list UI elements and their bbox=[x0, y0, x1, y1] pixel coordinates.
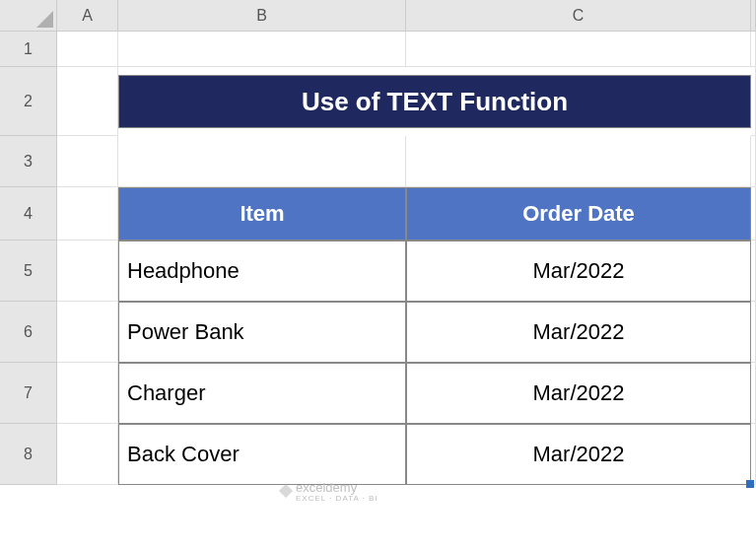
cell-order-date[interactable]: Mar/2022 bbox=[406, 363, 751, 424]
row-header-4[interactable]: 4 bbox=[0, 187, 57, 241]
table-header-order-date[interactable]: Order Date bbox=[406, 187, 751, 241]
row-header-1[interactable]: 1 bbox=[0, 32, 57, 67]
row-header-6[interactable]: 6 bbox=[0, 302, 57, 363]
col-header-b[interactable]: B bbox=[118, 0, 406, 32]
col-header-edge bbox=[751, 0, 756, 32]
spreadsheet-grid: A B C 1 2 3 4 5 6 7 8 Use of TEXT Functi… bbox=[0, 0, 756, 551]
row-header-5[interactable]: 5 bbox=[0, 241, 57, 302]
select-all-corner[interactable] bbox=[0, 0, 57, 32]
cell-item[interactable]: Headphone bbox=[118, 241, 406, 302]
cell-order-date[interactable]: Mar/2022 bbox=[406, 424, 751, 485]
cell-item[interactable]: Back Cover bbox=[118, 424, 406, 485]
cell-order-date[interactable]: Mar/2022 bbox=[406, 241, 751, 302]
cell-item[interactable]: Power Bank bbox=[118, 302, 406, 363]
table-header-item[interactable]: Item bbox=[118, 187, 406, 241]
col-header-a[interactable]: A bbox=[57, 0, 118, 32]
row-header-7[interactable]: 7 bbox=[0, 363, 57, 424]
row-header-2[interactable]: 2 bbox=[0, 67, 57, 136]
title-row: Use of TEXT Function bbox=[118, 67, 751, 136]
page-title: Use of TEXT Function bbox=[118, 75, 751, 128]
cell-item[interactable]: Charger bbox=[118, 363, 406, 424]
row-header-8[interactable]: 8 bbox=[0, 424, 57, 485]
row-header-3[interactable]: 3 bbox=[0, 136, 57, 187]
col-header-c[interactable]: C bbox=[406, 0, 751, 32]
cell-order-date[interactable]: Mar/2022 bbox=[406, 302, 751, 363]
fill-handle[interactable] bbox=[746, 480, 754, 488]
cell-value: Mar/2022 bbox=[533, 442, 625, 467]
